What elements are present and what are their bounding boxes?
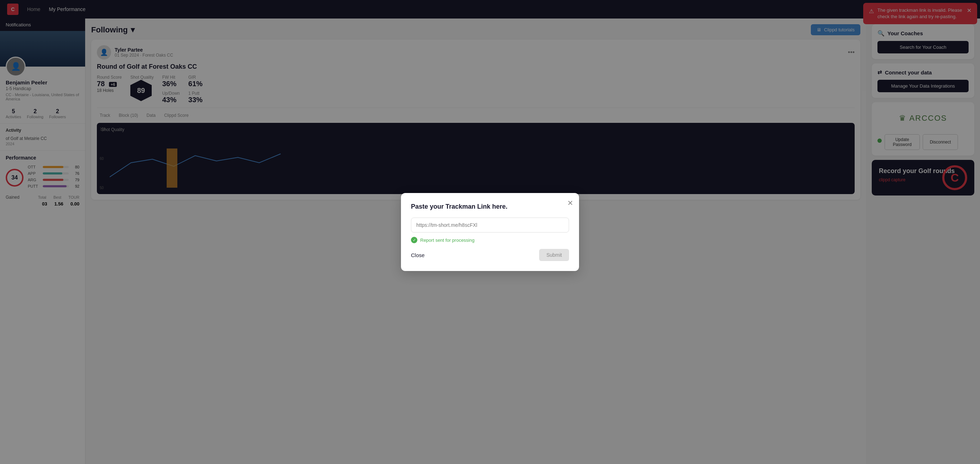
modal-close-x-button[interactable]: ✕ xyxy=(567,199,573,207)
modal-submit-button[interactable]: Submit xyxy=(539,249,569,261)
modal-overlay[interactable]: ✕ Paste your Trackman Link here. ✓ Repor… xyxy=(0,0,980,464)
modal-title: Paste your Trackman Link here. xyxy=(411,203,569,210)
success-message: ✓ Report sent for processing xyxy=(411,237,569,243)
modal-close-button[interactable]: Close xyxy=(411,252,425,258)
trackman-url-input[interactable] xyxy=(411,218,569,232)
modal-actions: Close Submit xyxy=(411,249,569,261)
success-checkmark-icon: ✓ xyxy=(411,237,417,243)
trackman-modal: ✕ Paste your Trackman Link here. ✓ Repor… xyxy=(401,193,579,271)
